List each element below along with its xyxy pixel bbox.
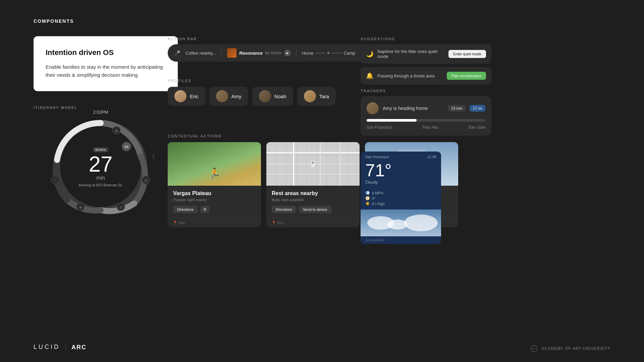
vargas-r-btn[interactable]: R: [200, 206, 210, 213]
wheel-min-label: min: [78, 175, 123, 181]
rest-actions: Directions Send to device: [272, 206, 354, 213]
map-road-v2: [320, 142, 321, 186]
profile-chip-tara[interactable]: Tara: [297, 87, 336, 106]
svg-text:⊞: ⊞: [115, 129, 118, 133]
tracker-route: San Francisco Palo Alto San Jose: [367, 125, 485, 130]
vargas-image: 🏃: [168, 142, 261, 186]
tracker-time-badge: 23 min: [448, 105, 466, 112]
rest-send-btn[interactable]: Send to device: [299, 206, 331, 213]
divider-1: [221, 50, 222, 56]
suggestion-card-forest: 🔔 Passing through a forest area Play sou…: [361, 67, 491, 84]
coffee-text: Coffee nearby...: [185, 51, 216, 56]
profiles-list: Eric Amy Noah Tara: [168, 87, 336, 106]
route-display: Home Camp: [302, 51, 355, 56]
weather-condition: Cloudy: [361, 180, 441, 188]
intro-heading: Intention driven OS: [46, 48, 166, 57]
route-camp: Camp: [343, 51, 355, 56]
rest-title: Rest areas nearby: [272, 190, 354, 196]
route-dot: [327, 52, 329, 54]
wind-icon: 💨: [365, 191, 370, 195]
sun-icon: ☀️: [365, 201, 370, 206]
profile-chip-noah[interactable]: Noah: [252, 87, 293, 106]
profile-name-noah: Noah: [274, 94, 286, 99]
tracker-avatar-amy: [367, 102, 379, 114]
rest-directions-btn[interactable]: Directions: [272, 206, 296, 213]
svg-point-13: [153, 152, 154, 161]
arc-footer-logo: ARC: [71, 344, 87, 351]
route-line: [315, 53, 325, 53]
soundscapes-button[interactable]: Play soundscapes: [447, 72, 486, 80]
vargas-actions: Directions R: [173, 206, 256, 213]
quiet-mode-button[interactable]: Enter quiet mode: [448, 50, 486, 58]
profile-name-tara: Tara: [319, 94, 329, 99]
vargas-person: 🏃: [208, 167, 221, 179]
rest-footer-text: Map: [277, 221, 283, 225]
rest-footer: 📍 Map: [266, 218, 360, 227]
divider-2: [296, 50, 297, 56]
rest-image: 🖱️: [266, 142, 360, 186]
intro-card: Intention driven OS Enable families to s…: [34, 36, 178, 91]
svg-text:⊕: ⊕: [79, 205, 82, 209]
suggestions-section: SUGGESTIONS 🌙 Naptime for the little one…: [361, 37, 491, 88]
intro-body: Enable families to stay in the moment by…: [46, 63, 166, 79]
lucid-logo-svg: LUCID: [34, 343, 60, 350]
svg-text:☆: ☆: [54, 179, 57, 182]
tracker-progress-bar: [367, 119, 485, 122]
profile-chip-eric[interactable]: Eric: [168, 87, 205, 106]
vargas-scene: [168, 142, 261, 186]
academy-text: ACADEMY of ART UNIVERSITY: [541, 346, 610, 351]
coffee-item[interactable]: Coffee nearby...: [185, 51, 216, 56]
trackers-section: TRACKERS Amy is heading home 23 min 17.m…: [361, 89, 491, 136]
svg-text:⊙: ⊙: [119, 205, 122, 209]
vargas-body: Vargas Plateau Popular sight nearby Dire…: [168, 186, 261, 218]
tracker-from: San Francisco: [367, 125, 392, 130]
weather-time: 11:45: [427, 155, 436, 159]
profile-name-amy: Amy: [231, 94, 241, 99]
suggestion-card-naptime: 🌙 Naptime for the little ones quiet mode…: [361, 44, 491, 64]
map-road-v3: [340, 142, 341, 186]
wind-row: 💨 8 MPH: [365, 191, 436, 195]
vargas-sub: Popular sight nearby: [173, 198, 256, 202]
moon-icon: 🌙: [366, 50, 373, 58]
footer-right: A ACADEMY of ART UNIVERSITY: [531, 345, 610, 352]
profile-chip-amy[interactable]: Amy: [209, 87, 248, 106]
tracker-name: Amy is heading home: [383, 106, 444, 111]
weather-footer: Accuweather: [361, 236, 441, 244]
footer-divider: [66, 344, 66, 351]
direction-row: 🧭 0°: [365, 196, 436, 200]
tracker-header: Amy is heading home 23 min 17.mi: [367, 102, 485, 114]
wheel-minutes: 27: [78, 154, 123, 175]
tracker-card: Amy is heading home 23 min 17.mi San Fra…: [361, 96, 491, 136]
itinerary-section: ITINERARY WHEEL 2:02PM ⊞ ⊡ ⊙ ⊕ ☆: [34, 106, 168, 220]
weather-cloud-image: [361, 209, 441, 236]
lucid-logo: LUCID: [34, 343, 60, 352]
vargas-footer-text: Map: [178, 221, 185, 225]
bell-icon: 🔔: [366, 72, 373, 79]
route-home: Home: [302, 51, 314, 56]
highlow-row: ☀️ 6 / High: [365, 201, 436, 206]
tracker-to: San Jose: [469, 125, 485, 130]
rest-sub: Baby care available: [272, 198, 354, 202]
play-button[interactable]: ▶: [284, 50, 291, 56]
card-rest: 🖱️ Rest areas nearby Baby care available…: [266, 142, 360, 227]
itinerary-wheel[interactable]: 2:02PM ⊞ ⊡ ⊙ ⊕ ☆ 69: [47, 113, 154, 220]
cloud-3: [404, 215, 438, 231]
vargas-title: Vargas Plateau: [173, 190, 256, 196]
svg-text:⊡: ⊡: [145, 179, 147, 182]
weather-header: San Francisco 11:45: [361, 152, 441, 161]
now-playing[interactable]: Resonance by Home ▶: [227, 48, 290, 58]
suggestions-label: SUGGESTIONS: [361, 37, 491, 41]
map-icon-rest: 📍: [272, 221, 276, 225]
weather-card: San Francisco 11:45 71° Cloudy 💨 8 MPH 🧭…: [361, 152, 441, 244]
wheel-center: WORK 27 min Arriving at 601 Brannan St.: [78, 146, 123, 187]
avatar-tara: [304, 90, 316, 102]
vargas-directions-btn[interactable]: Directions: [173, 206, 198, 213]
tracker-progress-fill: [367, 119, 417, 122]
suggestion-text-forest: Passing through a forest area: [377, 73, 443, 78]
route-line-2: [331, 53, 341, 53]
profile-name-eric: Eric: [190, 94, 199, 99]
mic-icon[interactable]: 🎤: [174, 50, 180, 56]
album-art: [227, 48, 236, 58]
rest-body: Rest areas nearby Baby care available Di…: [266, 186, 360, 218]
song-by: by Home: [265, 51, 281, 55]
